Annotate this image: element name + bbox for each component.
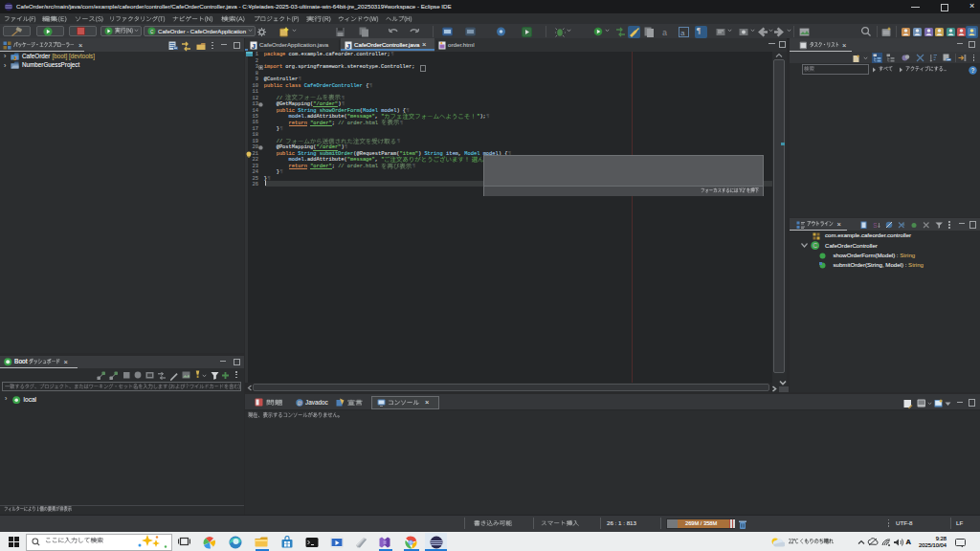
- svg-text:J: J: [252, 42, 256, 49]
- svg-text:?: ?: [970, 67, 974, 74]
- svg-text:@: @: [297, 400, 302, 406]
- svg-text:C: C: [813, 242, 817, 249]
- svg-text:J: J: [346, 42, 350, 49]
- svg-text:J: J: [13, 55, 16, 60]
- svg-text:a: a: [680, 28, 685, 36]
- svg-text:a: a: [662, 28, 667, 37]
- svg-text:S: S: [873, 222, 878, 229]
- svg-text:s: s: [902, 221, 905, 226]
